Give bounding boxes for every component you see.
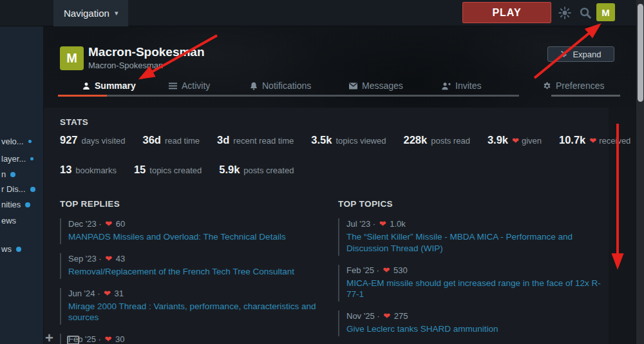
- tab-label: Preferences: [556, 81, 604, 91]
- topic-title-link[interactable]: MANPADS Missiles and Overload: The Techn…: [68, 231, 325, 243]
- play-button[interactable]: PLAY: [462, 2, 551, 23]
- heart-icon: ❤: [383, 265, 390, 275]
- chevron-down-icon: ▾: [115, 9, 118, 17]
- sidebar-item[interactable]: layer...: [1, 154, 33, 164]
- envelope-icon: [349, 82, 357, 90]
- topic-like-count: 275: [392, 311, 408, 321]
- stat-value: 36d: [142, 134, 160, 146]
- topic-title-link[interactable]: Removal/Replacement of the French Tech T…: [68, 266, 325, 278]
- topic-meta: Jul '23 · ❤ 1.0k: [346, 219, 612, 229]
- heart-icon: ❤: [512, 136, 519, 146]
- topic-list-item: Sep '23 · ❤ 43Removal/Replacement of the…: [60, 253, 325, 279]
- sidebar-item-label: ews: [1, 216, 16, 225]
- stats-row-2: 13bookmarks15topics created5.9kposts cre…: [60, 164, 294, 176]
- stat-value: 228k: [403, 134, 427, 146]
- unread-dot: [16, 247, 21, 252]
- topic-date: Sep '23 ·: [68, 254, 104, 263]
- topic-date: Feb '25 ·: [346, 265, 382, 275]
- user-avatar[interactable]: M: [596, 3, 615, 21]
- stat-label: read time: [165, 136, 200, 146]
- topic-like-count: 31: [112, 289, 124, 298]
- expand-label: Expand: [573, 50, 601, 59]
- topic-meta: Nov '25 · ❤ 275: [346, 311, 612, 321]
- stat-label: posts read: [431, 136, 470, 146]
- stat-days-visited: 927days visited: [60, 134, 125, 146]
- sidebar-item-label: n: [1, 169, 6, 179]
- sidebar-item-label: r Dis...: [1, 184, 26, 194]
- tab-invites[interactable]: Invites: [442, 81, 481, 91]
- heart-icon: ❤: [383, 311, 390, 321]
- stat-label: given: [522, 136, 542, 146]
- stats-row-1: 927days visited36dread time3drecent read…: [60, 134, 630, 146]
- tab-messages[interactable]: Messages: [349, 81, 403, 91]
- topic-title-link[interactable]: The “Silent Killer” Missile - MBDA MICA …: [346, 231, 612, 254]
- topic-list-item: Jul '23 · ❤ 1.0kThe “Silent Killer” Miss…: [338, 218, 612, 256]
- topic-like-count: 43: [113, 254, 125, 263]
- topic-date: Jul '23 ·: [346, 219, 378, 229]
- stat-value: 15: [134, 164, 146, 175]
- tab-notifications[interactable]: Notifications: [250, 81, 311, 91]
- topic-date: Nov '25 ·: [346, 311, 382, 321]
- sidebar-item-label: ws: [1, 244, 12, 254]
- topic-meta: Feb '25 · ❤ 30: [68, 334, 325, 344]
- stat-given: 3.9k❤given: [488, 134, 542, 146]
- stat-label: days visited: [82, 136, 126, 146]
- stat-posts-read: 228kposts read: [403, 134, 469, 146]
- unread-dot: [30, 187, 35, 192]
- tab-preferences[interactable]: Preferences: [543, 81, 604, 91]
- topic-date: Jun '24 ·: [68, 289, 102, 298]
- topic-title-link[interactable]: Give Leclerc tanks SHARD ammunition: [346, 323, 612, 335]
- heart-icon: ❤: [105, 219, 112, 229]
- topic-meta: Dec '23 · ❤ 60: [68, 219, 325, 229]
- sidebar-item[interactable]: n: [1, 169, 15, 179]
- sidebar-item[interactable]: velo...: [1, 137, 32, 146]
- sidebar-item[interactable]: r Dis...: [1, 184, 35, 194]
- profile-avatar[interactable]: M: [60, 46, 84, 70]
- topic-meta: Sep '23 · ❤ 43: [68, 254, 325, 263]
- topic-like-count: 1.0k: [388, 219, 406, 229]
- sidebar-item[interactable]: ews: [1, 216, 16, 225]
- profile-content: M Macron-Spokesman Macron-Spokesman Expa…: [44, 26, 636, 344]
- expand-button[interactable]: Expand: [547, 46, 614, 62]
- stat-value: 3.9k: [488, 134, 508, 146]
- search-icon[interactable]: [578, 5, 593, 21]
- tab-underline: [107, 95, 519, 97]
- stat-value: 3.5k: [311, 134, 332, 146]
- stat-topics-created: 15topics created: [134, 164, 202, 176]
- stat-bookmarks: 13bookmarks: [60, 164, 117, 176]
- tab-activity[interactable]: Activity: [169, 81, 210, 91]
- topic-title-link[interactable]: MICA-EM missile should get increased ran…: [346, 278, 612, 301]
- user-icon: [82, 82, 90, 90]
- plus-icon[interactable]: +: [45, 330, 53, 344]
- theme-brightness-icon[interactable]: [557, 5, 573, 21]
- scrollbar-thumb[interactable]: [638, 4, 643, 102]
- sidebar-item[interactable]: nities: [1, 200, 30, 209]
- tab-label: Invites: [455, 81, 481, 91]
- topic-title-link[interactable]: Mirage 2000 Thread : Variants, performan…: [68, 301, 325, 324]
- compose-icon[interactable]: [67, 336, 79, 344]
- topic-list-item: Dec '23 · ❤ 60MANPADS Missiles and Overl…: [60, 218, 325, 244]
- navigation-label: Navigation: [64, 8, 109, 19]
- top-replies-heading: TOP REPLIES: [60, 199, 325, 209]
- list-icon: [169, 82, 177, 90]
- heart-icon: ❤: [105, 254, 112, 263]
- stat-value: 13: [60, 164, 71, 175]
- top-topics-section: TOP TOPICS Jul '23 · ❤ 1.0kThe “Silent K…: [338, 199, 612, 344]
- unread-dot: [30, 157, 33, 160]
- stat-posts-created: 5.9kposts created: [219, 164, 294, 176]
- tab-summary[interactable]: Summary: [82, 81, 136, 91]
- navigation-dropdown[interactable]: Navigation ▾: [53, 0, 128, 26]
- sidebar-item-label: nities: [1, 200, 21, 209]
- topic-meta: Feb '25 · ❤ 530: [346, 265, 612, 275]
- stat-label: topics created: [149, 166, 202, 175]
- sidebar-item[interactable]: ws: [1, 244, 21, 254]
- tab-label: Messages: [362, 81, 403, 91]
- heart-icon: ❤: [589, 136, 596, 146]
- topic-list-item: Feb '25 · ❤ 30Dassault Rafale - Variants…: [60, 334, 325, 344]
- stat-topics-viewed: 3.5ktopics viewed: [311, 134, 386, 146]
- topic-like-count: 30: [113, 334, 124, 344]
- unread-dot: [10, 172, 15, 177]
- topic-date: Dec '23 ·: [68, 219, 104, 229]
- scrollbar-track[interactable]: [636, 0, 644, 344]
- topic-list-item: Nov '25 · ❤ 275Give Leclerc tanks SHARD …: [338, 311, 612, 336]
